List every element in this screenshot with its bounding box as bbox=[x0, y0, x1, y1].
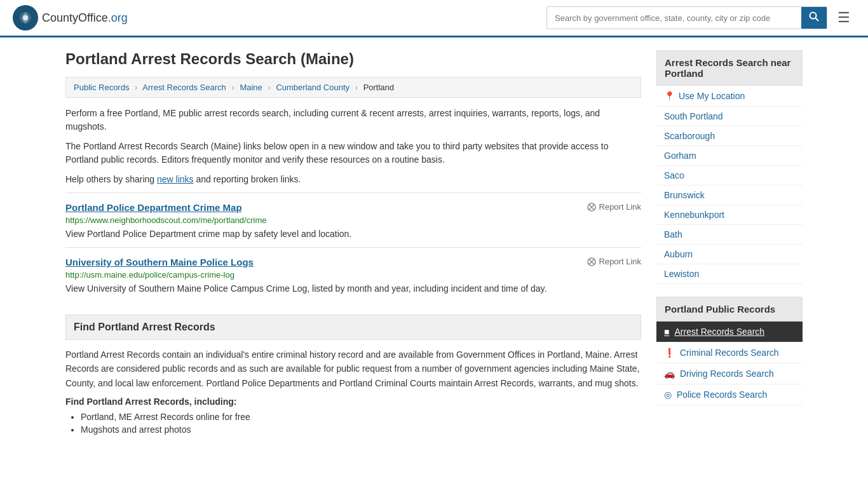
link-card-1: Portland Police Department Crime Map Rep… bbox=[65, 193, 641, 247]
sidebar-criminal-records[interactable]: ❗ Criminal Records Search bbox=[656, 342, 803, 363]
square-icon: ■ bbox=[664, 327, 669, 337]
sidebar-arrest-records[interactable]: ■ Arrest Records Search bbox=[656, 322, 803, 342]
sidebar-link-scarborough[interactable]: Scarborough bbox=[656, 126, 803, 146]
list-item: Auburn bbox=[656, 245, 803, 264]
exclamation-icon: ❗ bbox=[664, 348, 675, 358]
list-item: Brunswick bbox=[656, 186, 803, 205]
sidebar-police-records[interactable]: ◎ Police Records Search bbox=[656, 384, 803, 405]
sidebar-driving-records[interactable]: 🚗 Driving Records Search bbox=[656, 363, 803, 384]
header: CountyOffice.org ☰ bbox=[0, 0, 868, 37]
menu-button[interactable]: ☰ bbox=[832, 7, 855, 29]
breadcrumb-cumberland[interactable]: Cumberland County bbox=[276, 83, 349, 92]
list-item: South Portland bbox=[656, 107, 803, 126]
list-item: ◎ Police Records Search bbox=[656, 384, 803, 405]
report-link-btn-2[interactable]: Report Link bbox=[587, 257, 641, 266]
search-input[interactable] bbox=[547, 9, 801, 27]
breadcrumb-arrest-records[interactable]: Arrest Records Search bbox=[142, 83, 226, 92]
breadcrumb-sep-4: › bbox=[355, 83, 358, 92]
content-area: Portland Arrest Records Search (Maine) P… bbox=[65, 50, 641, 437]
sidebar-link-bath[interactable]: Bath bbox=[656, 225, 803, 244]
report-link-btn-1[interactable]: Report Link bbox=[587, 202, 641, 212]
link-card-1-desc: View Portland Police Department crime ma… bbox=[65, 227, 641, 241]
list-item: Kennebunkport bbox=[656, 205, 803, 225]
breadcrumb: Public Records › Arrest Records Search ›… bbox=[65, 77, 641, 98]
list-item: Scarborough bbox=[656, 126, 803, 146]
breadcrumb-sep-1: › bbox=[135, 83, 137, 92]
list-item: Bath bbox=[656, 225, 803, 245]
sidebar-link-saco[interactable]: Saco bbox=[656, 166, 803, 185]
sidebar-nearby-title: Arrest Records Search near Portland bbox=[656, 50, 803, 86]
bullet-item-2: Mugshots and arrest photos bbox=[81, 424, 641, 435]
link-card-1-title[interactable]: Portland Police Department Crime Map bbox=[65, 202, 242, 213]
logo-area: CountyOffice.org bbox=[13, 5, 128, 30]
link-card-2-url[interactable]: http://usm.maine.edu/police/campus-crime… bbox=[65, 270, 641, 280]
sidebar-pub-links: ■ Arrest Records Search ❗ Criminal Recor… bbox=[656, 322, 803, 405]
find-section-subheading: Find Portland Arrest Records, including: bbox=[65, 396, 641, 407]
intro-para-2: The Portland Arrest Records Search (Main… bbox=[65, 140, 641, 166]
link-card-1-url[interactable]: https://www.neighborhoodscout.com/me/por… bbox=[65, 215, 641, 225]
search-button[interactable] bbox=[801, 7, 827, 29]
search-area: ☰ bbox=[546, 6, 855, 29]
breadcrumb-sep-2: › bbox=[231, 83, 234, 92]
sidebar-link-brunswick[interactable]: Brunswick bbox=[656, 186, 803, 205]
bullet-item-1: Portland, ME Arrest Records online for f… bbox=[81, 412, 641, 422]
page-title: Portland Arrest Records Search (Maine) bbox=[65, 50, 641, 68]
svg-line-4 bbox=[816, 18, 819, 22]
link-card-2: University of Southern Maine Police Logs… bbox=[65, 247, 641, 302]
sidebar-link-lewiston[interactable]: Lewiston bbox=[656, 264, 803, 283]
find-section-heading: Find Portland Arrest Records bbox=[65, 315, 641, 340]
sidebar-nearby-links: South Portland Scarborough Gorham Saco B… bbox=[656, 107, 803, 284]
breadcrumb-sep-3: › bbox=[268, 83, 270, 92]
find-section-para: Portland Arrest Records contain an indiv… bbox=[65, 348, 641, 390]
svg-point-3 bbox=[810, 13, 817, 19]
link-card-2-title[interactable]: University of Southern Maine Police Logs bbox=[65, 257, 254, 268]
intro-para-3: Help others by sharing new links and rep… bbox=[65, 173, 641, 186]
main-wrapper: Portland Arrest Records Search (Maine) P… bbox=[53, 37, 815, 450]
sidebar: Arrest Records Search near Portland 📍 Us… bbox=[656, 50, 803, 437]
list-item: Lewiston bbox=[656, 264, 803, 284]
logo-icon bbox=[13, 5, 38, 30]
list-item: 🚗 Driving Records Search bbox=[656, 363, 803, 384]
intro-para-1: Perform a free Portland, ME public arres… bbox=[65, 107, 641, 133]
breadcrumb-current: Portland bbox=[363, 83, 394, 92]
list-item: Gorham bbox=[656, 146, 803, 166]
sidebar-public-records: Portland Public Records ■ Arrest Records… bbox=[656, 297, 803, 405]
list-item: ❗ Criminal Records Search bbox=[656, 342, 803, 363]
sidebar-link-auburn[interactable]: Auburn bbox=[656, 245, 803, 264]
sidebar-link-kennebunkport[interactable]: Kennebunkport bbox=[656, 205, 803, 224]
link-card-2-header: University of Southern Maine Police Logs… bbox=[65, 257, 641, 268]
find-section-bullets: Portland, ME Arrest Records online for f… bbox=[81, 412, 641, 435]
sidebar-pub-records-title: Portland Public Records bbox=[656, 297, 803, 322]
location-pin-icon: 📍 bbox=[664, 91, 675, 101]
list-item: ■ Arrest Records Search bbox=[656, 322, 803, 342]
new-links-link[interactable]: new links bbox=[157, 174, 194, 184]
breadcrumb-public-records[interactable]: Public Records bbox=[74, 83, 129, 92]
search-bar bbox=[546, 6, 827, 29]
sidebar-link-gorham[interactable]: Gorham bbox=[656, 146, 803, 165]
breadcrumb-maine[interactable]: Maine bbox=[240, 83, 262, 92]
list-item: Saco bbox=[656, 166, 803, 186]
logo-text: CountyOffice.org bbox=[42, 11, 128, 25]
car-icon: 🚗 bbox=[664, 369, 675, 379]
link-card-2-desc: View University of Southern Maine Police… bbox=[65, 282, 641, 295]
svg-point-2 bbox=[23, 15, 28, 20]
link-card-1-header: Portland Police Department Crime Map Rep… bbox=[65, 202, 641, 213]
use-my-location[interactable]: 📍 Use My Location bbox=[656, 86, 803, 107]
badge-icon: ◎ bbox=[664, 390, 672, 400]
sidebar-link-south-portland[interactable]: South Portland bbox=[656, 107, 803, 126]
